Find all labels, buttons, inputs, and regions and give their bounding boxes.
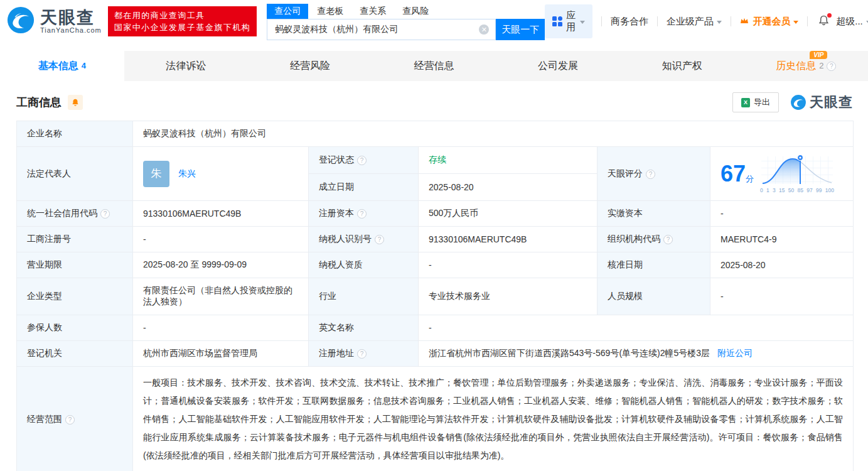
table-row: 登记机关 杭州市西湖区市场监督管理局 注册地址? 浙江省杭州市西湖区留下街道西溪… (17, 341, 854, 367)
taxpayer-quality-label: 纳税人资质 (309, 252, 419, 278)
help-icon[interactable]: ? (375, 235, 384, 244)
reg-status-label: 登记状态 (319, 154, 354, 165)
taxpayer-id-value: 91330106MAERUTC49B (419, 227, 597, 252)
search-tab-relation[interactable]: 查关系 (352, 4, 394, 19)
nav-account[interactable]: 超级... (836, 16, 868, 28)
insured-value: - (133, 315, 309, 341)
help-icon[interactable]: ? (357, 349, 367, 359)
help-icon[interactable]: ? (827, 62, 836, 71)
company-type-value: 有限责任公司（非自然人投资或控股的法人独资） (133, 278, 309, 315)
search-tab-risk[interactable]: 查风险 (395, 4, 436, 19)
score-value: 67 (721, 161, 746, 187)
section-title: 工商信息 (16, 95, 62, 110)
search-tabs: 查公司 查老板 查关系 查风险 (267, 3, 545, 19)
paid-capital-value: - (710, 201, 854, 227)
approval-date-label: 核准日期 (597, 252, 710, 278)
brand-logo[interactable]: 天眼查 TianYanCha.com (6, 6, 102, 37)
table-row: 工商注册号 - 纳税人识别号? 91330106MAERUTC49B 组织机构代… (17, 227, 854, 252)
nav-open-vip[interactable]: 开通会员 (739, 16, 798, 28)
nav-cooperation[interactable]: 商务合作 (611, 16, 648, 28)
chevron-down-icon (793, 21, 798, 24)
tab-label: 公司发展 (538, 60, 578, 73)
tab-basic-info[interactable]: 基本信息 4 (0, 51, 124, 81)
help-icon[interactable]: ? (646, 170, 655, 179)
tab-operating-risk[interactable]: 经营风险 (248, 51, 372, 81)
section-head: 工商信息 X 导出 天眼查 (0, 81, 868, 121)
tab-legal-proceedings[interactable]: 法律诉讼 (124, 51, 249, 81)
score-cell[interactable]: 67分 (710, 147, 854, 201)
notification-dot (827, 13, 832, 18)
company-type-label: 企业类型 (17, 278, 133, 315)
chevron-down-icon (580, 21, 585, 24)
notification-bell-icon[interactable] (818, 14, 830, 28)
scope-value: 一般项目：技术服务、技术开发、技术咨询、技术交流、技术转让、技术推广；餐饮管理；… (133, 367, 854, 471)
legal-rep-link[interactable]: 朱兴 (178, 168, 196, 180)
reg-status-value: 存续 (419, 147, 597, 174)
brand-name: 天眼查 (40, 9, 102, 26)
credit-code-label: 统一社会信用代码 (27, 208, 97, 218)
table-row: 营业期限 2025-08-20 至 9999-09-09 纳税人资质 - 核准日… (17, 252, 854, 278)
reg-authority-label: 登记机关 (17, 341, 133, 367)
industry-value: 专业技术服务业 (419, 278, 597, 315)
apps-grid-icon (552, 16, 562, 26)
help-icon[interactable]: ? (357, 156, 367, 165)
search-area: 查公司 查老板 查关系 查风险 ✕ 天眼一下 (267, 3, 545, 40)
tab-label: 经营信息 (414, 60, 454, 73)
english-name-value: - (419, 315, 854, 341)
apps-label: 应用 (566, 9, 576, 33)
avatar[interactable]: 朱 (143, 161, 169, 187)
tab-history-info[interactable]: 历史信息 2 ? VIP (744, 51, 868, 81)
search-input[interactable] (267, 19, 495, 40)
establish-date-value: 2025-08-20 (419, 174, 597, 201)
tab-company-development[interactable]: 公司发展 (496, 51, 620, 81)
search-box: ✕ (267, 19, 496, 40)
score-label-cell: 天眼评分? (597, 147, 710, 201)
page-tabs: 基本信息 4 法律诉讼 经营风险 经营信息 公司发展 知识产权 历史信息 2 ?… (0, 51, 868, 81)
nav-enterprise-products[interactable]: 企业级产品 (667, 16, 722, 28)
slogan-line2: 国家中小企业发展子基金旗下机构 (114, 21, 251, 33)
credit-code-label-cell: 统一社会信用代码? (17, 201, 133, 227)
staff-size-value: - (710, 278, 854, 315)
vip-label: 开通会员 (753, 16, 790, 28)
tianyancha-logo-icon (790, 94, 806, 111)
tab-label: 经营风险 (290, 60, 330, 73)
english-name-label: 英文名称 (309, 315, 419, 341)
table-row: 参保人数 - 英文名称 - (17, 315, 854, 341)
business-info-table: 企业名称 蚂蚁灵波科技（杭州）有限公司 法定代表人 朱 朱兴 登记状态? 存续 … (0, 121, 868, 471)
help-icon[interactable]: ? (663, 235, 673, 244)
search-tab-company[interactable]: 查公司 (267, 4, 308, 19)
org-code-value: MAERUTC4-9 (710, 227, 854, 252)
excel-icon: X (741, 98, 750, 107)
search-tab-boss[interactable]: 查老板 (309, 4, 351, 19)
export-button[interactable]: X 导出 (732, 92, 779, 112)
enterprise-label: 企业级产品 (667, 16, 714, 28)
tab-operating-info[interactable]: 经营信息 (372, 51, 496, 81)
help-icon[interactable]: ? (100, 209, 110, 219)
watermark-logo: 天眼查 (790, 93, 853, 112)
help-icon[interactable]: ? (65, 415, 75, 425)
search-button[interactable]: 天眼一下 (496, 19, 545, 40)
apps-button[interactable]: 应用 (545, 4, 592, 38)
help-icon[interactable]: ? (357, 209, 367, 219)
tab-intellectual-property[interactable]: 知识产权 (620, 51, 744, 81)
brand-domain: TianYanCha.com (40, 26, 102, 34)
score-axis-labels: 0131550859799100 (760, 187, 834, 193)
announcement-bell-icon[interactable] (68, 95, 83, 110)
legal-rep-cell: 朱 朱兴 (133, 147, 309, 201)
company-name-label: 企业名称 (17, 121, 133, 147)
watermark-text: 天眼查 (810, 93, 853, 112)
tab-count: 2 (819, 61, 823, 70)
org-code-label: 组织机构代码 (608, 234, 660, 244)
credit-code-value: 91330106MAERUTC49B (133, 201, 309, 227)
org-code-label-cell: 组织机构代码? (597, 227, 710, 252)
tab-label: 基本信息 (38, 60, 78, 73)
address-text: 浙江省杭州市西湖区留下街道西溪路543号-569号(单号连续)2幢5号楼3层 (429, 348, 710, 358)
taxpayer-quality-value: - (419, 252, 597, 278)
staff-size-label: 人员规模 (597, 278, 710, 315)
score-unit: 分 (746, 174, 754, 183)
approval-date-value: 2025-08-20 (710, 252, 854, 278)
reg-number-value: - (133, 227, 309, 252)
slogan-banner: 都在用的商业查询工具 国家中小企业发展子基金旗下机构 (108, 6, 257, 36)
establish-date-label: 成立日期 (309, 174, 419, 201)
nearby-company-link[interactable]: 附近公司 (717, 348, 753, 358)
